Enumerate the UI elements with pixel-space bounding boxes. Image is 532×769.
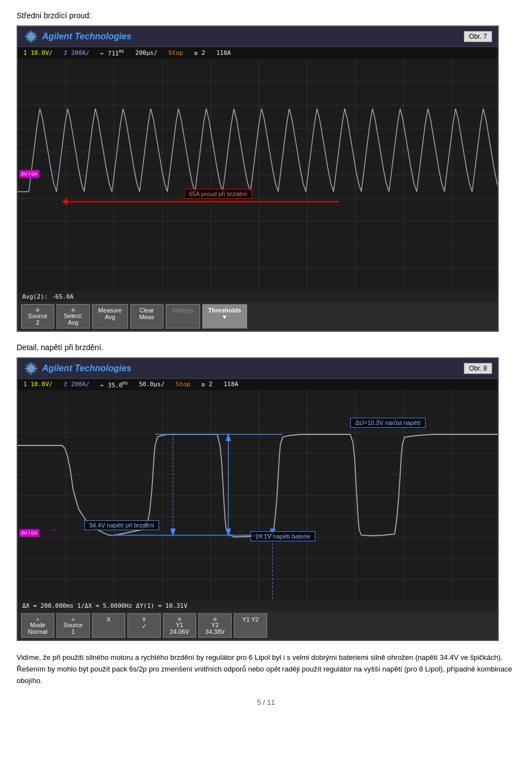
svg-marker-20 xyxy=(62,198,68,205)
agilent-snowflake-icon-2 xyxy=(23,361,39,376)
osc1-scale-param: 200μs/ xyxy=(135,49,157,57)
oscilloscope-2: Agilent Technologies Obr. 8 1 10.0V/ z̄ … xyxy=(17,357,499,642)
osc2-avg-param: z̄ 200A/ xyxy=(64,381,89,388)
osc1-buttons: ◉ Source 2 ◉ Select: Avg Measure Avg Cle… xyxy=(18,302,498,331)
agilent-snowflake-icon xyxy=(23,29,39,44)
osc1-measure-button[interactable]: Measure Avg xyxy=(92,304,128,329)
osc1-thresholds-button[interactable]: Thresholds ▼ xyxy=(202,304,247,329)
osc2-time-param: ← 35.0ms xyxy=(100,381,127,389)
agilent-title-2: Agilent Technologies xyxy=(42,363,131,373)
osc1-clear-button[interactable]: Clear Meas xyxy=(130,304,163,329)
osc2-obr-badge: Obr. 8 xyxy=(464,363,492,374)
osc1-arrow-marker: → xyxy=(50,167,58,176)
osc2-grid xyxy=(18,390,498,601)
osc1-trig-param: ≥ 2 xyxy=(194,49,205,57)
page-number: 5 / 11 xyxy=(17,698,515,706)
bottom-text: Vidíme, že při použití silného motoru a … xyxy=(17,652,515,686)
osc1-time-param: ← 711ms xyxy=(100,49,124,57)
osc2-bottom-bar: ΔX = 200.000ms 1/ΔX = 5.0000Hz ΔY(1) = 1… xyxy=(18,601,498,611)
agilent-logo-1: Agilent Technologies xyxy=(23,29,131,44)
osc1-params: 1 10.0V/ z̄ 200A/ ← 711ms 200μs/ Stop ≥ … xyxy=(18,47,498,59)
osc1-header: Agilent Technologies Obr. 7 xyxy=(18,27,498,47)
agilent-title-1: Agilent Technologies xyxy=(42,32,131,42)
osc2-y1-button[interactable]: ◉ Y1 24.06V xyxy=(163,613,196,638)
osc2-annotation-delta: ΔU=10.3V nárůst napětí xyxy=(350,418,426,428)
osc2-zero-label: 0V / 0A xyxy=(19,529,39,537)
osc1-amp-param: 118A xyxy=(216,49,231,57)
osc2-annotation-voltage2: 24.1V napětí baterie xyxy=(250,531,315,541)
osc2-trig-param: ≥ 2 xyxy=(202,381,213,388)
osc1-grid xyxy=(18,59,498,291)
osc1-obr-badge: Obr. 7 xyxy=(464,31,492,42)
detail-heading: Detail, napětí při brzdění. xyxy=(17,343,515,352)
svg-marker-0 xyxy=(24,30,38,43)
svg-marker-21 xyxy=(24,362,38,375)
osc2-params: 1 10.0V/ z̄ 200A/ ← 35.0ms 50.0μs/ Stop … xyxy=(18,379,498,391)
osc1-avg-param: z̄ 200A/ xyxy=(64,49,89,57)
osc1-select-button[interactable]: ◉ Select: Avg xyxy=(57,304,90,329)
osc2-arrow-marker: → xyxy=(50,525,58,534)
osc2-y-button[interactable]: Y ✓ xyxy=(127,613,161,638)
osc1-annotation: 65A proud při brzdění xyxy=(184,189,252,199)
osc2-header: Agilent Technologies Obr. 8 xyxy=(18,358,498,379)
osc2-ch1-param: 1 10.0V/ xyxy=(23,381,53,388)
osc1-settings-button[interactable]: Settings xyxy=(166,304,200,329)
osc2-x-button[interactable]: X xyxy=(92,613,125,638)
osc2-mode-button[interactable]: ▲ Mode Normal xyxy=(21,613,54,638)
agilent-logo-2: Agilent Technologies xyxy=(23,361,131,376)
osc2-buttons: ▲ Mode Normal ▲ Source 1 X Y ✓ ◉ Y1 24.0… xyxy=(18,611,498,640)
osc2-amp-param: 118A xyxy=(223,381,238,388)
osc1-bottom-bar: Avg(2): -65.0A xyxy=(18,291,498,302)
osc2-annotation-voltage1: 34.4V napětí při brzdění xyxy=(84,520,159,530)
osc2-y1y2-button[interactable]: Y1 Y2 xyxy=(234,613,267,638)
osc2-y2-button[interactable]: ◉ Y2 34.38V xyxy=(198,613,232,638)
osc1-source-button[interactable]: ◉ Source 2 xyxy=(21,304,54,329)
osc1-zero-label: 0V / 0A xyxy=(19,170,39,178)
osc1-screen: 0V / 0A → 65A proud při brzdění xyxy=(18,59,498,291)
osc1-stop-param: Stop xyxy=(168,49,183,57)
oscilloscope-1: Agilent Technologies Obr. 7 1 10.0V/ z̄ … xyxy=(17,25,499,332)
osc1-ch1-param: 1 10.0V/ xyxy=(23,49,53,57)
osc2-screen: 0V / 0A → ΔU=10.3V nárůst napětí 34.4V n… xyxy=(18,390,498,601)
osc2-stop-param: Stop xyxy=(176,381,191,388)
osc2-source-button[interactable]: ▲ Source 1 xyxy=(57,613,90,638)
heading: Střední brzdící proud: xyxy=(17,11,515,20)
osc2-scale-param: 50.0μs/ xyxy=(139,381,165,388)
